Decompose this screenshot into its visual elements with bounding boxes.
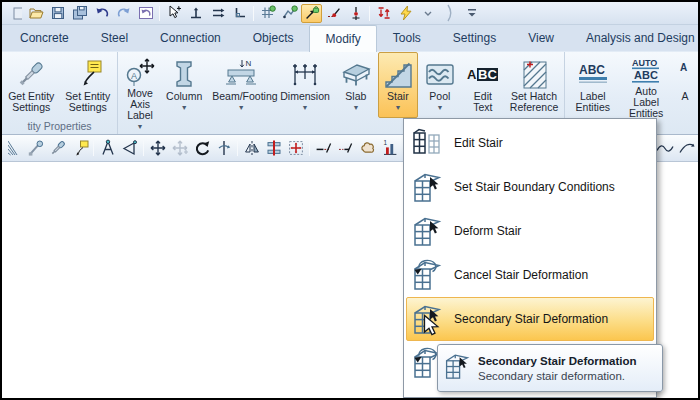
svg-text:N: N: [246, 59, 252, 68]
angle-cone-icon[interactable]: [119, 138, 140, 159]
redo-icon[interactable]: [113, 4, 134, 23]
undo-icon[interactable]: [91, 4, 112, 23]
menu-item-secondary-stair-deformation[interactable]: Secondary Stair Deformation: [406, 297, 654, 341]
selection-grid-icon[interactable]: [285, 138, 306, 159]
rotate-icon[interactable]: [191, 138, 212, 159]
tooltip: Secondary Stair Deformation Secondary st…: [437, 344, 663, 392]
ortho-corner-icon[interactable]: [229, 4, 250, 23]
move-copy-icon[interactable]: [169, 138, 190, 159]
get-entity-settings-button[interactable]: Get Entity Settings: [4, 52, 59, 118]
picker-icon[interactable]: [25, 138, 46, 159]
menu-item-edit-stair[interactable]: Edit Stair: [406, 121, 654, 165]
arc-icon[interactable]: [676, 138, 697, 159]
app-window: ConcreteSteelConnectionObjectsModifyTool…: [0, 0, 700, 400]
tab-objects[interactable]: Objects: [237, 25, 310, 51]
save-icon[interactable]: [47, 4, 68, 23]
svg-text:A: A: [680, 62, 687, 73]
edit-text-button[interactable]: ABCEdit Text: [462, 52, 504, 118]
quick-access-toolbar: [2, 2, 698, 25]
tab-settings[interactable]: Settings: [437, 25, 512, 51]
clipped-ruler-icon[interactable]: [3, 138, 24, 159]
note-arrow-icon: [72, 56, 104, 91]
auto-label-entities-button[interactable]: AUTOABCAuto Label Entities: [620, 52, 672, 118]
eyedropper-small-icon[interactable]: [47, 138, 68, 159]
move-axis-icon: A: [124, 56, 156, 88]
dimension-button[interactable]: Dimension▼: [276, 52, 334, 118]
label-entities-button[interactable]: ABCLabel Entities: [567, 52, 618, 118]
hatch-icon: [518, 56, 550, 91]
path-snap-lock-icon[interactable]: [279, 4, 300, 23]
stair-cursor-icon: [412, 215, 442, 247]
axis-flip-icon[interactable]: [213, 138, 234, 159]
svg-text:ABC: ABC: [579, 63, 605, 77]
dropdown-caret-icon[interactable]: [417, 4, 438, 23]
grid-snap-lock-icon[interactable]: [257, 4, 278, 23]
dimension-icon: [289, 56, 321, 91]
move-icon[interactable]: [147, 138, 168, 159]
stair-cursor-icon: [412, 171, 442, 203]
pool-icon: [424, 56, 456, 91]
chevron-down-icon: ▼: [238, 104, 245, 111]
stair-icon: [382, 56, 414, 91]
mirror-icon[interactable]: [241, 138, 262, 159]
tab-concrete[interactable]: Concrete: [4, 25, 85, 51]
letter-a-icon: A: [678, 56, 692, 91]
node-snap-icon[interactable]: [323, 4, 344, 23]
chart-icon[interactable]: 1: [379, 138, 400, 159]
revision-cloud-icon[interactable]: [357, 138, 378, 159]
menu-item-set-stair-boundary-conditions[interactable]: Set Stair Boundary Conditions: [406, 165, 654, 209]
tooltip-stair-icon: [444, 352, 472, 384]
updown-red-icon[interactable]: [373, 4, 394, 23]
set-hatch-reference-button[interactable]: Set Hatch Reference: [506, 52, 562, 118]
tab-view[interactable]: View: [512, 25, 570, 51]
trim-icon[interactable]: [313, 138, 334, 159]
compass-icon[interactable]: [97, 138, 118, 159]
move-axis-label-button[interactable]: AMove Axis Label▼: [120, 52, 160, 118]
label-entities-icon: ABC: [576, 56, 610, 91]
qat-overflow-icon[interactable]: [461, 4, 482, 23]
lightning-icon[interactable]: [395, 4, 416, 23]
pointer-move-icon[interactable]: [163, 4, 184, 23]
qat-end-icon[interactable]: [439, 4, 460, 23]
beam-footing-button[interactable]: NBeam/Footing▼: [208, 52, 274, 118]
parallel-icon[interactable]: [207, 4, 228, 23]
separator: [237, 141, 238, 156]
separator: [253, 6, 254, 21]
pool-button[interactable]: Pool▼: [420, 52, 460, 118]
set-entity-settings-button[interactable]: Set Entity Settings: [61, 52, 116, 118]
slab-icon: [340, 56, 372, 91]
column-button[interactable]: Column▼: [162, 52, 206, 118]
tab-connection[interactable]: Connection: [144, 25, 237, 51]
stair-undo-icon: [412, 259, 442, 291]
tooltip-title: Secondary Stair Deformation: [478, 355, 636, 367]
chevron-down-icon: ▼: [352, 104, 359, 111]
edit-text-icon: ABC: [466, 56, 500, 91]
open-icon[interactable]: [25, 4, 46, 23]
column-axis-icon[interactable]: [263, 138, 284, 159]
clipped-button[interactable]: AA: [674, 52, 696, 118]
ribbon-group-entity-properties: Get Entity SettingsSet Entity Settings t…: [2, 52, 118, 134]
stair-button[interactable]: Stair▼: [378, 52, 418, 118]
window-part-icon[interactable]: [3, 4, 24, 23]
menu-item-deform-stair[interactable]: Deform Stair: [406, 209, 654, 253]
chevron-down-icon: ▼: [302, 104, 309, 111]
save-all-icon[interactable]: [69, 4, 90, 23]
perpendicular-icon[interactable]: [185, 4, 206, 23]
node-snap-vertical-icon[interactable]: [345, 4, 366, 23]
tab-tools[interactable]: Tools: [377, 25, 437, 51]
extend-icon[interactable]: [335, 138, 356, 159]
tab-steel[interactable]: Steel: [85, 25, 144, 51]
cursor-snap-lock-icon[interactable]: [301, 4, 322, 23]
separator: [309, 141, 310, 156]
tab-analysis-and-design[interactable]: Analysis and Design: [570, 25, 700, 51]
note-jump-icon[interactable]: [69, 138, 90, 159]
undo-box-icon[interactable]: [135, 4, 156, 23]
svg-text:BC: BC: [478, 67, 497, 82]
beam-icon: N: [225, 56, 257, 91]
slab-button[interactable]: Slab▼: [336, 52, 376, 118]
chevron-down-icon: ▼: [181, 104, 188, 111]
polyline-wave-icon[interactable]: [654, 138, 675, 159]
tab-modify[interactable]: Modify: [309, 25, 376, 52]
menu-item-cancel-stair-deformation[interactable]: Cancel Stair Deformation: [406, 253, 654, 297]
ribbon-tabs: ConcreteSteelConnectionObjectsModifyTool…: [2, 25, 698, 51]
